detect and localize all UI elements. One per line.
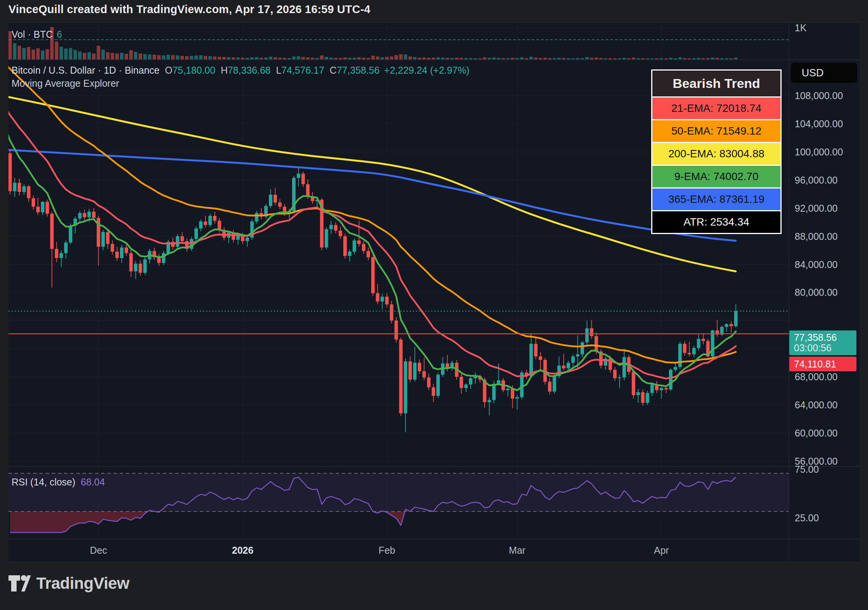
alert-price-badge: 74,110.81	[789, 357, 856, 371]
ohlc-values: O75,180.00H78,336.68L74,576.17C77,358.56	[159, 65, 379, 76]
volume-label-text: Vol · BTC	[12, 29, 53, 40]
rsi-indicator-label[interactable]: RSI (14, close)68.04	[12, 477, 105, 488]
price-scale-label: 96,000.00	[795, 174, 838, 185]
current-price-badge: 77,358.56 03:00:56	[789, 330, 856, 355]
indicator-label[interactable]: Moving Average Explorer	[12, 78, 119, 89]
time-scale-label: Dec	[90, 545, 107, 556]
candle-countdown: 03:00:56	[794, 343, 856, 353]
price-scale-label: 68,000.00	[795, 371, 838, 383]
legend-row: 200-EMA: 83004.88	[652, 142, 780, 165]
rsi-value: 68.04	[81, 477, 105, 487]
change-value: +2,229.24 (+2.97%)	[384, 65, 469, 76]
legend-row: 50-EMA: 71549.12	[652, 119, 780, 142]
trend-legend-title: Bearish Trend	[652, 71, 780, 96]
time-scale-label: 2026	[232, 545, 253, 556]
price-scale-label: 104,000.00	[795, 118, 843, 129]
tradingview-logo[interactable]: TradingView	[8, 573, 129, 594]
tradingview-logo-icon	[8, 573, 31, 594]
rsi-lower-scale-label: 25.00	[795, 512, 819, 524]
price-scale-label: 100,000.00	[795, 146, 843, 157]
price-scale-label: 108,000.00	[795, 90, 843, 101]
ohlc-value: 78,336.68	[228, 65, 270, 76]
rsi-upper-scale-label: 75.00	[795, 464, 819, 475]
legend-row: 365-EMA: 87361.19	[652, 187, 780, 210]
currency-toggle-button[interactable]: USD	[791, 63, 857, 83]
volume-indicator-label[interactable]: Vol · BTC6	[12, 29, 62, 40]
current-price-value: 77,358.56	[794, 332, 856, 343]
price-scale-label: 60,000.00	[795, 428, 838, 439]
time-scale-label: Feb	[378, 545, 395, 556]
ohlc-key: C	[330, 65, 337, 76]
price-scale-label: 92,000.00	[795, 202, 838, 214]
price-scale-label: 88,000.00	[795, 231, 838, 242]
price-scale-label: 84,000.00	[795, 259, 838, 270]
volume-ma-length: 6	[57, 29, 62, 40]
ohlc-value: 77,358.56	[337, 65, 380, 76]
ohlc-key: L	[276, 65, 281, 76]
legend-row: 21-EMA: 72018.74	[652, 96, 780, 119]
tradingview-logo-text: TradingView	[36, 574, 129, 593]
ohlc-value: 74,576.17	[281, 65, 324, 76]
price-scale-label: 80,000.00	[795, 287, 838, 298]
ohlc-value: 75,180.00	[172, 65, 215, 76]
tradingview-chart-window: VinceQuill created with TradingView.com,…	[0, 0, 868, 610]
legend-row: 9-EMA: 74002.70	[652, 165, 780, 187]
symbol-meta: Bitcoin / U.S. Dollar · 1D · Binance	[12, 65, 159, 76]
time-scale-label: Mar	[509, 545, 525, 556]
symbol-info-row[interactable]: Bitcoin / U.S. Dollar · 1D · BinanceO75,…	[12, 65, 469, 76]
attribution-text: VinceQuill created with TradingView.com,…	[8, 3, 370, 16]
trend-legend-box: Bearish Trend 21-EMA: 72018.7450-EMA: 71…	[651, 69, 782, 234]
volume-scale-label: 1K	[795, 22, 807, 34]
rsi-label-text: RSI (14, close)	[12, 477, 75, 487]
ohlc-key: O	[165, 65, 172, 76]
price-scale-label: 64,000.00	[795, 399, 838, 411]
time-scale-label: Apr	[654, 545, 669, 556]
ohlc-key: H	[221, 65, 228, 76]
legend-row: ATR: 2534.34	[652, 210, 780, 233]
